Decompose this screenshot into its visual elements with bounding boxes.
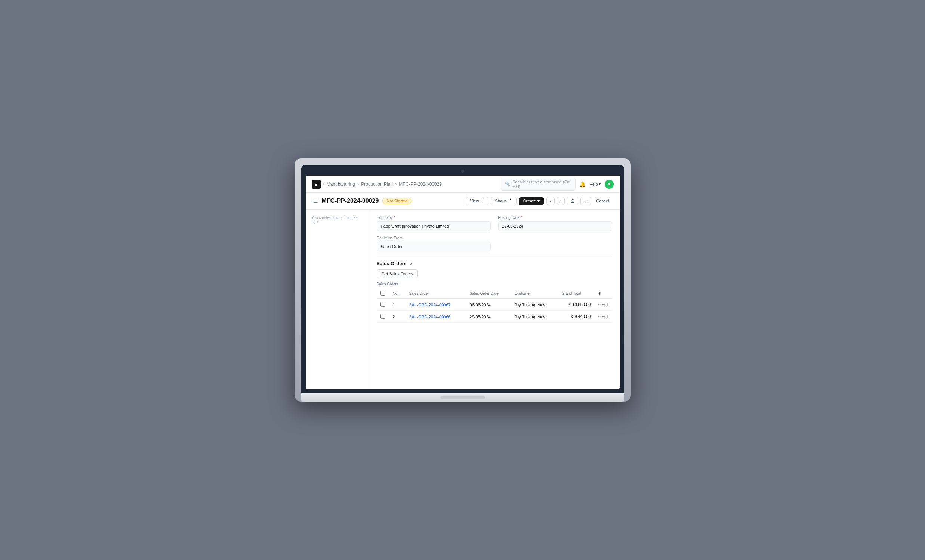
th-sales-order-date: Sales Order Date bbox=[466, 288, 511, 299]
search-placeholder: Search or type a command (Ctrl + G) bbox=[512, 180, 571, 189]
form-area: Company * Posting Date * bbox=[369, 209, 620, 389]
row1-no: 1 bbox=[389, 299, 405, 311]
chevron-down-icon: ▾ bbox=[599, 182, 601, 187]
sales-orders-title: Sales Orders bbox=[377, 261, 407, 266]
sep3: › bbox=[395, 181, 396, 187]
row1-sales-order: SAL-ORD-2024-00067 bbox=[405, 299, 466, 311]
th-customer: Customer bbox=[511, 288, 558, 299]
breadcrumb-production-plan[interactable]: Production Plan bbox=[361, 182, 393, 187]
avatar[interactable]: A bbox=[605, 180, 614, 189]
print-button[interactable]: 🖨 bbox=[567, 197, 578, 205]
create-button[interactable]: Create ▾ bbox=[519, 197, 544, 205]
row1-checkbox[interactable] bbox=[380, 302, 385, 307]
posting-date-label: Posting Date * bbox=[498, 215, 612, 220]
view-button[interactable]: View ⋮ bbox=[466, 197, 489, 205]
company-field-group: Company * bbox=[377, 215, 491, 231]
th-grand-total: Grand Total bbox=[558, 288, 595, 299]
form-row-company: Company * Posting Date * bbox=[377, 215, 612, 231]
select-all-checkbox[interactable] bbox=[380, 291, 385, 295]
get-items-label: Get Items From bbox=[377, 236, 491, 240]
pencil-icon: ✏ bbox=[598, 315, 601, 319]
app-logo[interactable]: E bbox=[312, 180, 321, 189]
search-icon: 🔍 bbox=[505, 182, 510, 187]
form-row-get-items: Get Items From bbox=[377, 236, 612, 251]
create-chevron-icon: ▾ bbox=[538, 199, 540, 203]
view-chevron-icon: ⋮ bbox=[480, 199, 484, 203]
table-row: 1 SAL-ORD-2024-00067 06-06-2024 Jay Tuls… bbox=[377, 299, 612, 311]
row2-edit-button[interactable]: ✏ Edit bbox=[598, 315, 608, 319]
sep1: › bbox=[323, 181, 324, 187]
breadcrumb-nav: E › Manufacturing › Production Plan › MF… bbox=[312, 180, 442, 189]
row1-grand-total: ₹ 10,880.00 bbox=[558, 299, 595, 311]
posting-date-input[interactable] bbox=[498, 221, 612, 231]
page-header: ☰ MFG-PP-2024-00029 Not Started View ⋮ S… bbox=[306, 193, 620, 209]
search-bar[interactable]: 🔍 Search or type a command (Ctrl + G) bbox=[501, 178, 575, 191]
breadcrumb-doc-id[interactable]: MFG-PP-2024-00029 bbox=[399, 182, 442, 187]
breadcrumb-manufacturing[interactable]: Manufacturing bbox=[327, 182, 355, 187]
top-nav: E › Manufacturing › Production Plan › MF… bbox=[306, 176, 620, 193]
th-sales-order: Sales Order bbox=[405, 288, 466, 299]
row2-checkbox-cell bbox=[377, 311, 389, 323]
sales-orders-table: No. Sales Order Sales Order Date Custome… bbox=[377, 288, 612, 323]
created-info-text: You created this · 3 minutes ago bbox=[312, 215, 358, 224]
row2-edit-cell: ✏ Edit bbox=[594, 311, 612, 323]
row1-sales-order-link[interactable]: SAL-ORD-2024-00067 bbox=[409, 303, 450, 307]
row2-date: 29-05-2024 bbox=[466, 311, 511, 323]
page-header-left: ☰ MFG-PP-2024-00029 Not Started bbox=[313, 198, 412, 204]
posting-date-field-group: Posting Date * bbox=[498, 215, 612, 231]
status-badge: Not Started bbox=[382, 198, 411, 204]
status-button[interactable]: Status ⋮ bbox=[491, 197, 516, 205]
next-button[interactable]: › bbox=[557, 197, 565, 205]
empty-form-group bbox=[498, 236, 612, 251]
cancel-button[interactable]: Cancel bbox=[593, 197, 612, 205]
sidebar-info: You created this · 3 minutes ago bbox=[306, 209, 369, 389]
nav-right: 🔍 Search or type a command (Ctrl + G) 🔔 … bbox=[501, 178, 614, 191]
table-label: Sales Orders bbox=[377, 282, 612, 286]
sales-orders-section-header: Sales Orders ∧ bbox=[377, 257, 612, 269]
row2-customer: Jay Tulsi Agency bbox=[511, 311, 558, 323]
prev-button[interactable]: ‹ bbox=[547, 197, 554, 205]
table-row: 2 SAL-ORD-2024-00066 29-05-2024 Jay Tuls… bbox=[377, 311, 612, 323]
table-header-row: No. Sales Order Sales Order Date Custome… bbox=[377, 288, 612, 299]
th-checkbox bbox=[377, 288, 389, 299]
row1-date: 06-06-2024 bbox=[466, 299, 511, 311]
pencil-icon: ✏ bbox=[598, 303, 601, 307]
hamburger-icon[interactable]: ☰ bbox=[313, 198, 318, 204]
row2-sales-order: SAL-ORD-2024-00066 bbox=[405, 311, 466, 323]
notification-bell-icon[interactable]: 🔔 bbox=[579, 181, 586, 187]
th-no: No. bbox=[389, 288, 405, 299]
row2-checkbox[interactable] bbox=[380, 314, 385, 319]
row1-checkbox-cell bbox=[377, 299, 389, 311]
company-input[interactable] bbox=[377, 221, 491, 231]
main-layout: You created this · 3 minutes ago Company… bbox=[306, 209, 620, 389]
more-options-button[interactable]: ··· bbox=[580, 197, 591, 205]
get-items-input[interactable] bbox=[377, 242, 491, 251]
row2-grand-total: ₹ 9,440.00 bbox=[558, 311, 595, 323]
company-required: * bbox=[393, 215, 395, 220]
row1-edit-button[interactable]: ✏ Edit bbox=[598, 303, 608, 307]
page-header-right: View ⋮ Status ⋮ Create ▾ ‹ › 🖨 ··· bbox=[466, 197, 612, 205]
sep2: › bbox=[357, 181, 359, 187]
doc-id: MFG-PP-2024-00029 bbox=[322, 198, 379, 204]
get-items-field-group: Get Items From bbox=[377, 236, 491, 251]
company-label: Company * bbox=[377, 215, 491, 220]
status-chevron-icon: ⋮ bbox=[508, 199, 512, 203]
row1-edit-cell: ✏ Edit bbox=[594, 299, 612, 311]
help-button[interactable]: Help ▾ bbox=[589, 182, 601, 187]
section-collapse-icon[interactable]: ∧ bbox=[410, 261, 413, 266]
th-settings-icon[interactable]: ⚙ bbox=[594, 288, 612, 299]
row1-customer: Jay Tulsi Agency bbox=[511, 299, 558, 311]
row2-no: 2 bbox=[389, 311, 405, 323]
row2-sales-order-link[interactable]: SAL-ORD-2024-00066 bbox=[409, 315, 450, 319]
get-sales-orders-button[interactable]: Get Sales Orders bbox=[377, 269, 418, 278]
posting-date-required: * bbox=[521, 215, 522, 220]
